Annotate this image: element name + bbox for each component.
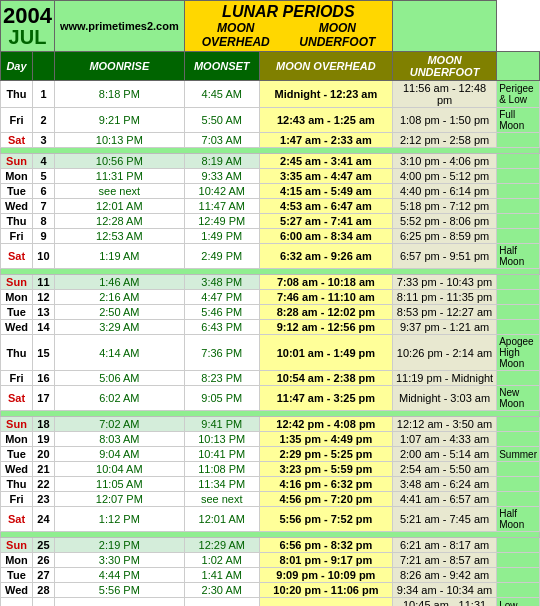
cell-underfoot: 4:40 pm - 6:14 pm [392,184,496,199]
cell-moonset: 8:19 AM [184,154,259,169]
cell-day: Tue [1,568,33,583]
cell-moonrise: 10:56 PM [54,154,184,169]
cell-overhead: 6:32 am - 9:26 am [259,244,392,269]
cell-underfoot: 5:18 pm - 7:12 pm [392,199,496,214]
cell-underfoot: 5:52 pm - 8:06 pm [392,214,496,229]
cell-underfoot: Midnight - 3:03 am [392,386,496,411]
cell-underfoot: 2:00 am - 5:14 am [392,447,496,462]
cell-moonset: 12:01 AM [184,507,259,532]
cell-moonset: 1:41 AM [184,568,259,583]
cell-underfoot: 1:07 am - 4:33 am [392,432,496,447]
table-row: Sat 24 1:12 PM 12:01 AM 5:56 pm - 7:52 p… [1,507,540,532]
cell-moonrise: 3:30 PM [54,553,184,568]
cell-date: 17 [32,386,54,411]
cell-note: Half Moon [497,507,540,532]
cell-underfoot: 9:37 pm - 1:21 am [392,320,496,335]
cell-overhead: 4:53 am - 6:47 am [259,199,392,214]
table-row: Thu 15 4:14 AM 7:36 PM 10:01 am - 1:49 p… [1,335,540,371]
cell-overhead: 2:29 pm - 5:25 pm [259,447,392,462]
moonrise-col-header: MOONRISE [54,52,184,81]
cell-moonset: 2:49 PM [184,244,259,269]
cell-date: 5 [32,169,54,184]
table-row: Sun 18 7:02 AM 9:41 PM 12:42 pm - 4:08 p… [1,417,540,432]
cell-moonset: 3:29 AM [184,598,259,607]
cell-moonset: 10:41 PM [184,447,259,462]
cell-underfoot: 8:11 pm - 11:35 pm [392,290,496,305]
cell-date: 26 [32,553,54,568]
cell-overhead: 3:23 pm - 5:59 pm [259,462,392,477]
cell-moonrise: 4:44 PM [54,568,184,583]
cell-underfoot: 6:57 pm - 9:51 pm [392,244,496,269]
cell-overhead: 12:42 pm - 4:08 pm [259,417,392,432]
cell-moonrise: 10:13 PM [54,133,184,148]
cell-day: Fri [1,229,33,244]
cell-moonset: 1:02 AM [184,553,259,568]
cell-moonrise: 1:19 AM [54,244,184,269]
cell-moonrise: 8:18 PM [54,81,184,108]
cell-day: Sun [1,538,33,553]
overhead-col-header: MOON OVERHEAD [259,52,392,81]
cell-moonrise: 2:19 PM [54,538,184,553]
table-row: Fri 23 12:07 PM see next 4:56 pm - 7:20 … [1,492,540,507]
cell-note [497,432,540,447]
cell-note [497,492,540,507]
cell-moonset: 7:03 AM [184,133,259,148]
cell-day: Wed [1,320,33,335]
cell-date: 22 [32,477,54,492]
cell-overhead: 11:47 am - 3:25 pm [259,386,392,411]
cell-day: Sun [1,417,33,432]
cell-date: 23 [32,492,54,507]
cell-day: Mon [1,432,33,447]
cell-overhead: 8:28 am - 12:02 pm [259,305,392,320]
cell-moonset: 11:47 AM [184,199,259,214]
cell-underfoot: 9:34 am - 10:34 am [392,583,496,598]
table-row: Tue 20 9:04 AM 10:41 PM 2:29 pm - 5:25 p… [1,447,540,462]
cell-day: Thu [1,214,33,229]
cell-overhead: 10:54 am - 2:38 pm [259,371,392,386]
cell-moonset: 5:46 PM [184,305,259,320]
cell-date: 27 [32,568,54,583]
cell-moonset: 5:50 AM [184,108,259,133]
cell-date: 29 [32,598,54,607]
cell-overhead: 7:08 am - 10:18 am [259,275,392,290]
cell-moonrise: 2:50 AM [54,305,184,320]
cell-underfoot: 10:45 am - 11:31 am [392,598,496,607]
table-row: Sat 10 1:19 AM 2:49 PM 6:32 am - 9:26 am… [1,244,540,269]
cell-moonset: 6:43 PM [184,320,259,335]
cell-moonrise: 5:06 AM [54,371,184,386]
cell-day: Tue [1,305,33,320]
table-row: Tue 27 4:44 PM 1:41 AM 9:09 pm - 10:09 p… [1,568,540,583]
cell-note [497,184,540,199]
cell-overhead: 5:27 am - 7:41 am [259,214,392,229]
cell-note: Perigee & Low [497,81,540,108]
cell-moonset: 8:23 PM [184,371,259,386]
table-row: Mon 5 11:31 PM 9:33 AM 3:35 am - 4:47 am… [1,169,540,184]
cell-overhead: 4:16 pm - 6:32 pm [259,477,392,492]
cell-note: Half Moon [497,244,540,269]
cell-underfoot: 2:12 pm - 2:58 pm [392,133,496,148]
table-row: Thu 1 8:18 PM 4:45 AM Midnight - 12:23 a… [1,81,540,108]
cell-day: Wed [1,583,33,598]
cell-underfoot: 8:26 am - 9:42 am [392,568,496,583]
cell-underfoot: 11:19 pm - Midnight [392,371,496,386]
cell-day: Thu [1,81,33,108]
cell-day: Mon [1,169,33,184]
cell-date: 18 [32,417,54,432]
cell-date: 2 [32,108,54,133]
cell-note [497,154,540,169]
table-row: Mon 19 8:03 AM 10:13 PM 1:35 pm - 4:49 p… [1,432,540,447]
cell-date: 25 [32,538,54,553]
cell-underfoot: 7:21 am - 8:57 am [392,553,496,568]
cell-date: 21 [32,462,54,477]
cell-moonrise: 8:03 AM [54,432,184,447]
cell-overhead: 4:56 pm - 7:20 pm [259,492,392,507]
cell-note: Full Moon [497,108,540,133]
cell-underfoot: 3:48 am - 6:24 am [392,477,496,492]
cell-moonset: 10:42 AM [184,184,259,199]
cell-note [497,199,540,214]
month-display: JUL [3,27,52,47]
cell-note: Low Moon [497,598,540,607]
underfoot-col-header: MOON UNDERFOOT [392,52,496,81]
cell-moonrise: 9:21 PM [54,108,184,133]
cell-overhead: 5:56 pm - 7:52 pm [259,507,392,532]
